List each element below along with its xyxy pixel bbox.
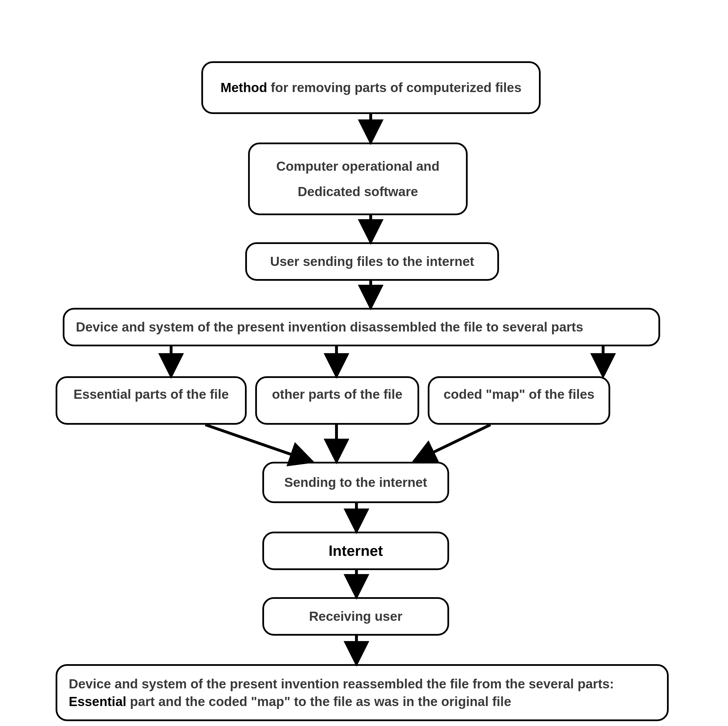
node-disassemble-label: Device and system of the present inventi…: [76, 318, 647, 336]
node-computer-line2: Dedicated software: [257, 183, 459, 200]
node-essential-label: Essential parts of the file: [64, 385, 238, 403]
node-computer-operational: Computer operational and Dedicated softw…: [248, 142, 468, 215]
node-computer-line1: Computer operational and: [257, 157, 459, 175]
arrow-n7-n8: [415, 425, 491, 461]
node-internet: Internet: [262, 532, 449, 570]
node-internet-label: Internet: [271, 541, 440, 561]
node-receiving-user-label: Receiving user: [271, 607, 440, 625]
node-sending-internet: Sending to the internet: [262, 462, 449, 503]
node-reassemble-part-c: part and the coded "map" to the file as …: [126, 694, 511, 709]
node-method-bold: Method: [220, 80, 267, 95]
node-disassemble: Device and system of the present inventi…: [63, 308, 660, 346]
arrow-n5-n8: [205, 425, 311, 461]
node-reassemble-part-a: Device and system of the present inventi…: [69, 676, 614, 691]
node-other-parts: other parts of the file: [255, 376, 419, 425]
node-receiving-user: Receiving user: [262, 597, 449, 636]
node-coded-map: coded "map" of the files: [428, 376, 610, 425]
node-reassemble-part-b: Essential: [69, 694, 126, 709]
node-method-rest: for removing parts of computerized files: [267, 80, 522, 95]
node-coded-map-label: coded "map" of the files: [436, 385, 602, 403]
node-reassemble: Device and system of the present inventi…: [56, 664, 669, 721]
node-other-label: other parts of the file: [264, 385, 411, 403]
node-user-sending-label: User sending files to the internet: [254, 252, 491, 270]
node-user-sending: User sending files to the internet: [245, 242, 499, 281]
flowchart-canvas: Method for removing parts of computerize…: [0, 0, 728, 726]
node-essential-parts: Essential parts of the file: [56, 376, 247, 425]
node-sending-internet-label: Sending to the internet: [271, 474, 440, 491]
node-method: Method for removing parts of computerize…: [201, 61, 541, 114]
